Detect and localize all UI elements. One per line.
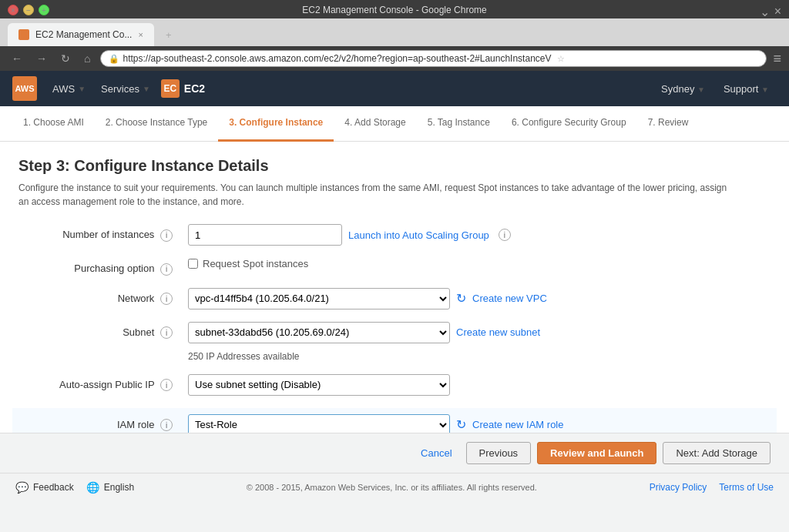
create-new-subnet-link[interactable]: Create new subnet bbox=[456, 326, 540, 338]
tab-close-button[interactable]: × bbox=[138, 30, 143, 39]
subnet-control: subnet-33dabd56 (10.205.69.0/24) Create … bbox=[188, 322, 771, 362]
home-button[interactable]: ⌂ bbox=[80, 51, 94, 66]
launch-auto-scaling-link[interactable]: Launch into Auto Scaling Group bbox=[348, 229, 489, 241]
aws-dropdown-arrow: ▼ bbox=[78, 85, 86, 93]
tab-favicon bbox=[18, 29, 29, 40]
subnet-hint: 250 IP Addresses available bbox=[188, 350, 771, 362]
network-select[interactable]: vpc-d14ff5b4 (10.205.64.0/21) bbox=[188, 288, 450, 309]
number-of-instances-input[interactable] bbox=[188, 224, 342, 246]
tab-bar: EC2 Management Co... × + bbox=[0, 18, 789, 46]
previous-button[interactable]: Previous bbox=[466, 442, 532, 464]
feedback-icon: 💬 bbox=[15, 481, 29, 494]
auto-assign-ip-row: Auto-assign Public IP i Use subnet setti… bbox=[18, 374, 771, 396]
minimize-button[interactable]: − bbox=[23, 5, 34, 15]
action-bar: Cancel Previous Review and Launch Next: … bbox=[0, 433, 789, 473]
subnet-row: Subnet i subnet-33dabd56 (10.205.69.0/24… bbox=[18, 322, 771, 362]
aws-footer: 💬 Feedback 🌐 English © 2008 - 2015, Amaz… bbox=[0, 473, 789, 500]
number-of-instances-control: Launch into Auto Scaling Group i bbox=[188, 224, 771, 246]
auto-assign-ip-info[interactable]: i bbox=[160, 379, 173, 391]
tab-choose-ami[interactable]: 1. Choose AMI bbox=[12, 106, 95, 142]
iam-role-row: IAM role i Test-Role ↻ Create new IAM ro… bbox=[12, 408, 777, 433]
spot-instances-checkbox-label[interactable]: Request Spot instances bbox=[188, 258, 308, 269]
next-button[interactable]: Next: Add Storage bbox=[663, 442, 771, 464]
main-content: Step 3: Configure Instance Details Confi… bbox=[0, 142, 789, 433]
lock-icon: 🔒 bbox=[109, 54, 119, 64]
header-right: Sydney ▼ Support ▼ bbox=[653, 79, 777, 99]
footer-left: 💬 Feedback 🌐 English bbox=[15, 481, 134, 494]
tab-add-storage[interactable]: 4. Add Storage bbox=[334, 106, 416, 142]
cancel-button[interactable]: Cancel bbox=[413, 443, 459, 463]
aws-header: AWS AWS ▼ Services ▼ EC EC2 Sydney ▼ Sup… bbox=[0, 71, 789, 106]
globe-icon: 🌐 bbox=[86, 481, 99, 494]
aws-logo-text: AWS bbox=[15, 84, 34, 93]
menu-button[interactable]: ≡ bbox=[773, 51, 781, 67]
back-button[interactable]: ← bbox=[8, 51, 26, 66]
tab-choose-instance-type[interactable]: 2. Choose Instance Type bbox=[95, 106, 219, 142]
forward-button[interactable]: → bbox=[32, 51, 51, 66]
page-description: Configure the instance to suit your requ… bbox=[18, 181, 727, 209]
aws-logo: AWS bbox=[12, 76, 37, 101]
network-refresh-icon[interactable]: ↻ bbox=[456, 291, 466, 306]
tab-configure-security-group[interactable]: 6. Configure Security Group bbox=[501, 106, 637, 142]
review-and-launch-button[interactable]: Review and Launch bbox=[537, 442, 656, 464]
subnet-label: Subnet i bbox=[18, 322, 188, 340]
network-label: Network i bbox=[18, 288, 188, 306]
aws-menu-button[interactable]: AWS ▼ bbox=[45, 79, 93, 99]
privacy-policy-link[interactable]: Privacy Policy bbox=[650, 482, 707, 493]
refresh-button[interactable]: ↻ bbox=[57, 51, 74, 66]
number-of-instances-row: Number of instances i Launch into Auto S… bbox=[18, 224, 771, 246]
ec2-label: EC EC2 bbox=[161, 79, 205, 98]
auto-scaling-info[interactable]: i bbox=[499, 229, 511, 241]
number-of-instances-info[interactable]: i bbox=[160, 229, 173, 242]
purchasing-option-label: Purchasing option i bbox=[18, 258, 188, 276]
iam-role-info[interactable]: i bbox=[160, 419, 173, 431]
iam-role-refresh-icon[interactable]: ↻ bbox=[456, 417, 466, 432]
region-dropdown-arrow: ▼ bbox=[697, 85, 705, 94]
subnet-info[interactable]: i bbox=[160, 326, 173, 339]
network-row: Network i vpc-d14ff5b4 (10.205.64.0/21) … bbox=[18, 288, 771, 309]
tab-tag-instance[interactable]: 5. Tag Instance bbox=[417, 106, 501, 142]
ec2-icon: EC bbox=[161, 79, 180, 98]
auto-assign-ip-select[interactable]: Use subnet setting (Disable) bbox=[188, 374, 450, 396]
tab-review[interactable]: 7. Review bbox=[637, 106, 700, 142]
services-dropdown-arrow: ▼ bbox=[143, 85, 150, 93]
step-tabs: 1. Choose AMI 2. Choose Instance Type 3.… bbox=[0, 106, 789, 142]
purchasing-option-info[interactable]: i bbox=[160, 263, 173, 276]
iam-role-label: IAM role i bbox=[18, 414, 188, 432]
address-bar: ← → ↻ ⌂ 🔒 https://ap-southeast-2.console… bbox=[0, 46, 789, 71]
active-tab[interactable]: EC2 Management Co... × bbox=[8, 23, 154, 46]
subnet-select[interactable]: subnet-33dabd56 (10.205.69.0/24) bbox=[188, 322, 450, 343]
feedback-button[interactable]: 💬 Feedback bbox=[15, 481, 74, 494]
iam-role-select[interactable]: Test-Role bbox=[188, 414, 450, 433]
purchasing-option-control: Request Spot instances bbox=[188, 258, 771, 269]
browser-title: EC2 Management Console - Google Chrome bbox=[302, 5, 486, 15]
services-menu-button[interactable]: Services ▼ bbox=[93, 79, 158, 99]
auto-assign-ip-control: Use subnet setting (Disable) bbox=[188, 374, 771, 396]
create-new-iam-role-link[interactable]: Create new IAM role bbox=[472, 419, 564, 430]
tab-label: EC2 Management Co... bbox=[35, 29, 132, 40]
bookmark-icon[interactable]: ☆ bbox=[557, 54, 565, 64]
iam-role-control: Test-Role ↻ Create new IAM role bbox=[188, 414, 771, 433]
spot-instances-checkbox[interactable] bbox=[188, 259, 198, 269]
tab-configure-instance[interactable]: 3. Configure Instance bbox=[218, 106, 334, 142]
purchasing-option-row: Purchasing option i Request Spot instanc… bbox=[18, 258, 771, 276]
page-title: Step 3: Configure Instance Details bbox=[18, 157, 771, 175]
footer-right: Privacy Policy Terms of Use bbox=[650, 482, 774, 493]
support-dropdown-arrow: ▼ bbox=[761, 85, 769, 94]
terms-of-use-link[interactable]: Terms of Use bbox=[719, 482, 774, 493]
close-button[interactable]: × bbox=[8, 5, 18, 15]
region-button[interactable]: Sydney ▼ bbox=[653, 79, 713, 99]
support-button[interactable]: Support ▼ bbox=[716, 79, 777, 99]
network-info[interactable]: i bbox=[160, 293, 173, 305]
new-tab-button[interactable]: + bbox=[157, 23, 180, 46]
url-input[interactable]: 🔒 https://ap-southeast-2.console.aws.ama… bbox=[100, 50, 767, 67]
footer-copyright: © 2008 - 2015, Amazon Web Services, Inc.… bbox=[247, 483, 537, 492]
browser-titlebar: × − + EC2 Management Console - Google Ch… bbox=[0, 0, 789, 18]
auto-assign-ip-label: Auto-assign Public IP i bbox=[18, 374, 188, 392]
number-of-instances-label: Number of instances i bbox=[18, 224, 188, 242]
language-button[interactable]: 🌐 English bbox=[86, 481, 134, 494]
maximize-button[interactable]: + bbox=[39, 5, 49, 15]
create-new-vpc-link[interactable]: Create new VPC bbox=[472, 293, 547, 304]
network-control: vpc-d14ff5b4 (10.205.64.0/21) ↻ Create n… bbox=[188, 288, 771, 309]
